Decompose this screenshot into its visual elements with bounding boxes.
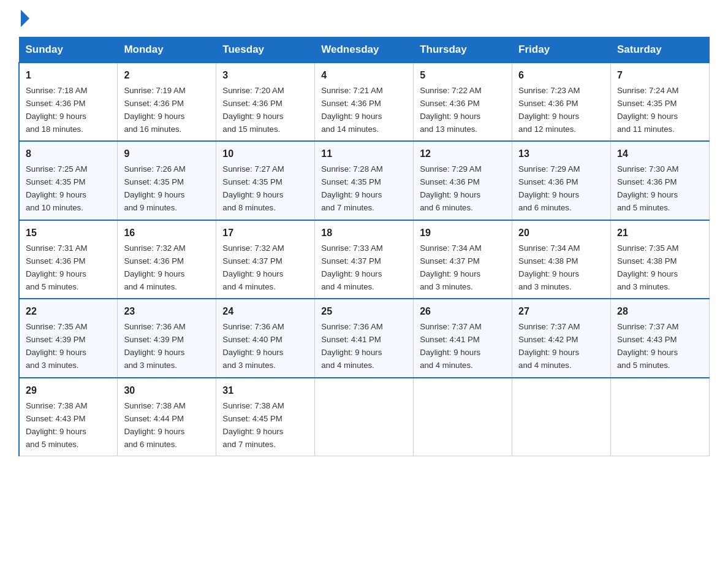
calendar-cell: 3 Sunrise: 7:20 AMSunset: 4:36 PMDayligh…	[216, 63, 315, 141]
day-info: Sunrise: 7:22 AMSunset: 4:36 PMDaylight:…	[420, 86, 481, 134]
day-info: Sunrise: 7:29 AMSunset: 4:36 PMDaylight:…	[420, 164, 481, 212]
calendar-cell: 21 Sunrise: 7:35 AMSunset: 4:38 PMDaylig…	[611, 220, 710, 299]
day-number: 25	[321, 304, 407, 320]
calendar-cell: 17 Sunrise: 7:32 AMSunset: 4:37 PMDaylig…	[216, 220, 315, 299]
day-number: 4	[321, 68, 407, 83]
calendar-cell: 10 Sunrise: 7:27 AMSunset: 4:35 PMDaylig…	[216, 141, 315, 220]
day-number: 20	[518, 226, 604, 241]
calendar-cell: 1 Sunrise: 7:18 AMSunset: 4:36 PMDayligh…	[19, 63, 118, 141]
calendar-cell: 15 Sunrise: 7:31 AMSunset: 4:36 PMDaylig…	[19, 220, 118, 299]
day-number: 7	[617, 68, 703, 83]
calendar-week-row: 22 Sunrise: 7:35 AMSunset: 4:39 PMDaylig…	[19, 299, 710, 377]
day-number: 11	[321, 147, 407, 162]
calendar-cell: 8 Sunrise: 7:25 AMSunset: 4:35 PMDayligh…	[19, 141, 118, 220]
calendar-cell: 25 Sunrise: 7:36 AMSunset: 4:41 PMDaylig…	[315, 299, 414, 377]
day-number: 1	[26, 68, 111, 83]
day-number: 13	[518, 147, 604, 162]
day-info: Sunrise: 7:37 AMSunset: 4:42 PMDaylight:…	[518, 322, 580, 370]
day-info: Sunrise: 7:35 AMSunset: 4:38 PMDaylight:…	[617, 243, 678, 291]
calendar-cell: 5 Sunrise: 7:22 AMSunset: 4:36 PMDayligh…	[414, 63, 512, 141]
day-info: Sunrise: 7:38 AMSunset: 4:43 PMDaylight:…	[26, 401, 87, 449]
day-info: Sunrise: 7:36 AMSunset: 4:40 PMDaylight:…	[222, 322, 284, 370]
day-number: 16	[124, 226, 210, 241]
day-info: Sunrise: 7:28 AMSunset: 4:35 PMDaylight:…	[321, 164, 382, 212]
calendar-cell: 14 Sunrise: 7:30 AMSunset: 4:36 PMDaylig…	[611, 141, 710, 220]
calendar-cell: 7 Sunrise: 7:24 AMSunset: 4:35 PMDayligh…	[611, 63, 710, 141]
day-number: 18	[321, 226, 407, 241]
day-info: Sunrise: 7:19 AMSunset: 4:36 PMDaylight:…	[124, 86, 185, 134]
calendar-cell	[414, 378, 512, 456]
day-number: 9	[124, 147, 210, 162]
calendar-cell: 23 Sunrise: 7:36 AMSunset: 4:39 PMDaylig…	[118, 299, 216, 377]
day-info: Sunrise: 7:37 AMSunset: 4:41 PMDaylight:…	[420, 322, 481, 370]
day-number: 5	[420, 68, 506, 83]
calendar-cell: 9 Sunrise: 7:26 AMSunset: 4:35 PMDayligh…	[118, 141, 216, 220]
calendar-day-header: Saturday	[611, 37, 710, 63]
calendar-cell: 30 Sunrise: 7:38 AMSunset: 4:44 PMDaylig…	[118, 378, 216, 456]
calendar-cell: 27 Sunrise: 7:37 AMSunset: 4:42 PMDaylig…	[512, 299, 611, 377]
calendar-week-row: 8 Sunrise: 7:25 AMSunset: 4:35 PMDayligh…	[19, 141, 710, 220]
day-info: Sunrise: 7:35 AMSunset: 4:39 PMDaylight:…	[26, 322, 87, 370]
calendar-cell: 11 Sunrise: 7:28 AMSunset: 4:35 PMDaylig…	[315, 141, 414, 220]
calendar-cell: 4 Sunrise: 7:21 AMSunset: 4:36 PMDayligh…	[315, 63, 414, 141]
day-number: 29	[26, 383, 111, 399]
calendar-week-row: 29 Sunrise: 7:38 AMSunset: 4:43 PMDaylig…	[19, 378, 710, 456]
calendar-cell: 6 Sunrise: 7:23 AMSunset: 4:36 PMDayligh…	[512, 63, 611, 141]
calendar-cell	[315, 378, 414, 456]
calendar-week-row: 15 Sunrise: 7:31 AMSunset: 4:36 PMDaylig…	[19, 220, 710, 299]
calendar-cell: 26 Sunrise: 7:37 AMSunset: 4:41 PMDaylig…	[414, 299, 512, 377]
day-number: 26	[420, 304, 506, 320]
day-number: 3	[222, 68, 308, 83]
day-info: Sunrise: 7:37 AMSunset: 4:43 PMDaylight:…	[617, 322, 678, 370]
day-info: Sunrise: 7:30 AMSunset: 4:36 PMDaylight:…	[617, 164, 678, 212]
day-info: Sunrise: 7:32 AMSunset: 4:36 PMDaylight:…	[124, 243, 185, 291]
day-number: 15	[26, 226, 111, 241]
day-info: Sunrise: 7:34 AMSunset: 4:38 PMDaylight:…	[518, 243, 580, 291]
calendar-cell: 20 Sunrise: 7:34 AMSunset: 4:38 PMDaylig…	[512, 220, 611, 299]
calendar-cell: 12 Sunrise: 7:29 AMSunset: 4:36 PMDaylig…	[414, 141, 512, 220]
day-info: Sunrise: 7:31 AMSunset: 4:36 PMDaylight:…	[26, 243, 87, 291]
day-number: 14	[617, 147, 703, 162]
calendar-cell: 16 Sunrise: 7:32 AMSunset: 4:36 PMDaylig…	[118, 220, 216, 299]
calendar-cell: 29 Sunrise: 7:38 AMSunset: 4:43 PMDaylig…	[19, 378, 118, 456]
day-number: 24	[222, 304, 308, 320]
calendar-day-header: Thursday	[414, 37, 512, 63]
day-number: 23	[124, 304, 210, 320]
calendar-cell: 19 Sunrise: 7:34 AMSunset: 4:37 PMDaylig…	[414, 220, 512, 299]
day-info: Sunrise: 7:38 AMSunset: 4:44 PMDaylight:…	[124, 401, 185, 449]
calendar-cell	[512, 378, 611, 456]
day-info: Sunrise: 7:21 AMSunset: 4:36 PMDaylight:…	[321, 86, 382, 134]
day-number: 8	[26, 147, 111, 162]
calendar-cell: 22 Sunrise: 7:35 AMSunset: 4:39 PMDaylig…	[19, 299, 118, 377]
day-number: 17	[222, 226, 308, 241]
day-info: Sunrise: 7:32 AMSunset: 4:37 PMDaylight:…	[222, 243, 284, 291]
day-info: Sunrise: 7:36 AMSunset: 4:39 PMDaylight:…	[124, 322, 185, 370]
calendar-day-header: Sunday	[19, 37, 118, 63]
calendar-week-row: 1 Sunrise: 7:18 AMSunset: 4:36 PMDayligh…	[19, 63, 710, 141]
day-info: Sunrise: 7:23 AMSunset: 4:36 PMDaylight:…	[518, 86, 580, 134]
calendar-cell: 31 Sunrise: 7:38 AMSunset: 4:45 PMDaylig…	[216, 378, 315, 456]
day-info: Sunrise: 7:38 AMSunset: 4:45 PMDaylight:…	[222, 401, 284, 449]
calendar-day-header: Friday	[512, 37, 611, 63]
calendar-day-header: Tuesday	[216, 37, 315, 63]
calendar-table: SundayMondayTuesdayWednesdayThursdayFrid…	[18, 37, 710, 456]
logo	[18, 12, 29, 27]
calendar-day-header: Monday	[118, 37, 216, 63]
day-info: Sunrise: 7:26 AMSunset: 4:35 PMDaylight:…	[124, 164, 185, 212]
day-number: 28	[617, 304, 703, 320]
day-info: Sunrise: 7:18 AMSunset: 4:36 PMDaylight:…	[26, 86, 87, 134]
day-number: 21	[617, 226, 703, 241]
day-number: 27	[518, 304, 604, 320]
calendar-cell	[611, 378, 710, 456]
day-number: 10	[222, 147, 308, 162]
calendar-cell: 24 Sunrise: 7:36 AMSunset: 4:40 PMDaylig…	[216, 299, 315, 377]
calendar-cell: 28 Sunrise: 7:37 AMSunset: 4:43 PMDaylig…	[611, 299, 710, 377]
day-info: Sunrise: 7:24 AMSunset: 4:35 PMDaylight:…	[617, 86, 678, 134]
day-number: 22	[26, 304, 111, 320]
day-number: 12	[420, 147, 506, 162]
day-info: Sunrise: 7:27 AMSunset: 4:35 PMDaylight:…	[222, 164, 284, 212]
calendar-cell: 2 Sunrise: 7:19 AMSunset: 4:36 PMDayligh…	[118, 63, 216, 141]
day-info: Sunrise: 7:25 AMSunset: 4:35 PMDaylight:…	[26, 164, 87, 212]
day-info: Sunrise: 7:34 AMSunset: 4:37 PMDaylight:…	[420, 243, 481, 291]
day-number: 2	[124, 68, 210, 83]
